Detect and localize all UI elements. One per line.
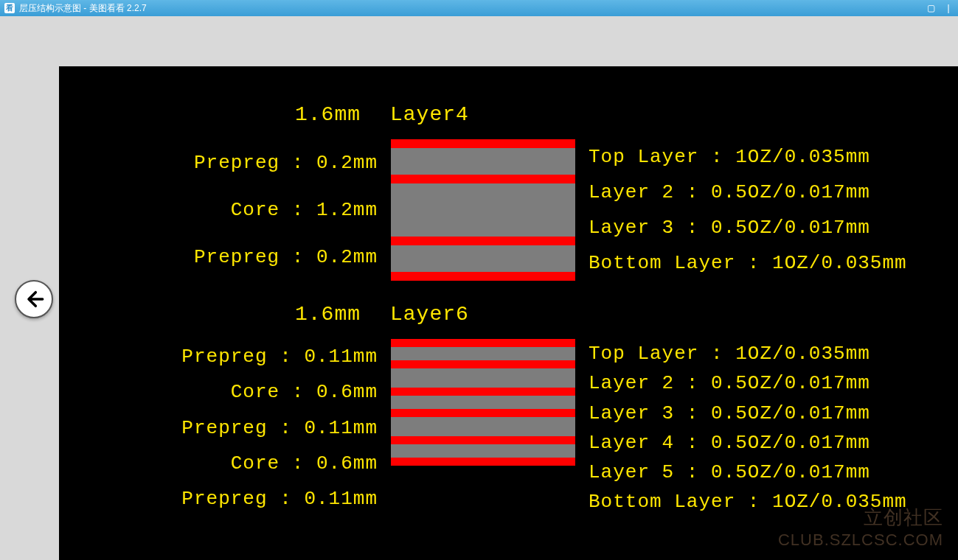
core-layer — [391, 183, 575, 237]
layer-label: Layer 2 : 0.5OZ/0.017mm — [589, 178, 936, 207]
prepreg-layer — [391, 148, 575, 175]
copper-layer — [391, 139, 575, 148]
material-label: Prepreg : 0.11mm — [81, 343, 378, 370]
copper-layer — [391, 360, 575, 368]
prepreg-layer — [391, 245, 575, 272]
stack4-header: 1.6mm Layer4 — [295, 103, 936, 126]
core-layer — [391, 368, 575, 388]
titlebar-left: 看 层压结构示意图 - 美图看看 2.2.7 — [4, 2, 147, 15]
layer-label: Layer 5 : 0.5OZ/0.017mm — [589, 458, 936, 487]
watermark-line1: 立创社区 — [778, 505, 943, 531]
copper-layer — [391, 436, 575, 444]
layer-label: Bottom Layer : 1OZ/0.035mm — [589, 248, 936, 278]
copper-layer — [391, 237, 575, 245]
stack4-total-thickness: 1.6mm — [295, 103, 361, 126]
layer-label: Top Layer : 1OZ/0.035mm — [589, 142, 936, 172]
image-viewport: 1.6mm Layer4 Prepreg : 0.2mm Core : 1.2m… — [59, 66, 958, 560]
layer-label: Layer 2 : 0.5OZ/0.017mm — [589, 368, 936, 398]
material-label: Prepreg : 0.2mm — [81, 244, 378, 270]
stack4-materials: Prepreg : 0.2mm Core : 1.2mm Prepreg : 0… — [81, 139, 391, 281]
watermark-line2: CLUB.SZLCSC.COM — [778, 531, 943, 550]
stack6-total-thickness: 1.6mm — [295, 303, 361, 326]
material-label: Prepreg : 0.11mm — [81, 486, 378, 512]
app-icon: 看 — [4, 3, 15, 13]
material-label: Core : 0.6mm — [81, 450, 378, 477]
copper-layer — [391, 175, 575, 183]
stack6-materials: Prepreg : 0.11mm Core : 0.6mm Prepreg : … — [81, 339, 391, 517]
watermark: 立创社区 CLUB.SZLCSC.COM — [778, 505, 943, 550]
material-label: Prepreg : 0.11mm — [81, 415, 378, 441]
stack6-name: Layer6 — [390, 303, 469, 326]
stack4-diagram — [391, 139, 575, 281]
titlebar-right: ▢ | — [926, 3, 954, 13]
material-label: Core : 0.6mm — [81, 379, 378, 405]
arrow-left-icon — [24, 289, 44, 309]
stack4-name: Layer4 — [390, 103, 469, 126]
prepreg-layer — [391, 347, 575, 360]
copper-layer — [391, 388, 575, 396]
stackup-4layer: 1.6mm Layer4 Prepreg : 0.2mm Core : 1.2m… — [81, 103, 936, 281]
material-label: Prepreg : 0.2mm — [81, 150, 378, 176]
copper-layer — [391, 458, 575, 466]
layer-label: Layer 3 : 0.5OZ/0.017mm — [589, 213, 936, 242]
layer-label: Layer 3 : 0.5OZ/0.017mm — [589, 399, 936, 428]
copper-layer — [391, 272, 575, 281]
layer-label: Top Layer : 1OZ/0.035mm — [589, 339, 936, 368]
stack6-body: Prepreg : 0.11mm Core : 0.6mm Prepreg : … — [81, 339, 936, 517]
stack4-layers: Top Layer : 1OZ/0.035mm Layer 2 : 0.5OZ/… — [575, 139, 936, 281]
maximize-icon[interactable]: ▢ — [926, 3, 936, 13]
material-label: Core : 1.2mm — [81, 197, 378, 223]
copper-layer — [391, 409, 575, 417]
window-title: 层压结构示意图 - 美图看看 2.2.7 — [19, 2, 147, 15]
stack4-body: Prepreg : 0.2mm Core : 1.2mm Prepreg : 0… — [81, 139, 936, 281]
window-titlebar: 看 层压结构示意图 - 美图看看 2.2.7 ▢ | — [0, 0, 958, 16]
copper-layer — [391, 339, 575, 347]
divider-icon: | — [943, 3, 954, 13]
prepreg-layer — [391, 444, 575, 458]
stack6-diagram — [391, 339, 575, 517]
stack6-header: 1.6mm Layer6 — [295, 303, 936, 326]
stack6-layers: Top Layer : 1OZ/0.035mm Layer 2 : 0.5OZ/… — [575, 339, 936, 517]
core-layer — [391, 417, 575, 436]
stackup-6layer: 1.6mm Layer6 Prepreg : 0.11mm Core : 0.6… — [81, 303, 936, 517]
prepreg-layer — [391, 396, 575, 409]
layer-label: Layer 4 : 0.5OZ/0.017mm — [589, 428, 936, 458]
previous-image-button[interactable] — [15, 280, 53, 318]
